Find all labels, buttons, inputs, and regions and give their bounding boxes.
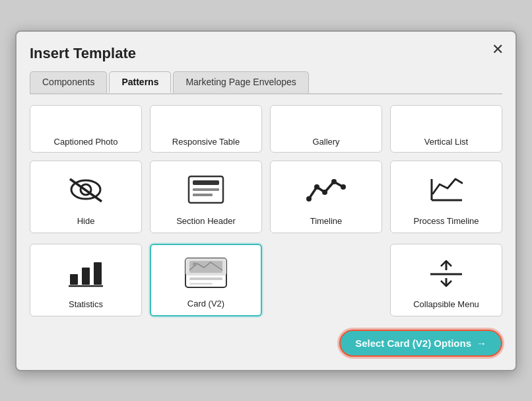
svg-point-9 bbox=[322, 190, 327, 195]
template-label-timeline: Timeline bbox=[310, 216, 343, 226]
svg-rect-23 bbox=[189, 283, 213, 285]
svg-rect-5 bbox=[193, 188, 219, 191]
svg-rect-4 bbox=[193, 180, 219, 185]
svg-point-10 bbox=[331, 179, 337, 184]
svg-rect-16 bbox=[94, 262, 102, 285]
hide-icon bbox=[36, 168, 136, 212]
process-timeline-icon bbox=[396, 168, 496, 212]
template-item-timeline[interactable]: Timeline bbox=[270, 161, 382, 233]
template-label-responsive-table: Responsive Table bbox=[172, 137, 240, 147]
template-item-statistics[interactable]: Statistics bbox=[30, 244, 142, 316]
svg-rect-6 bbox=[193, 194, 213, 196]
dialog-footer: Select Card (V2) Options → bbox=[30, 330, 502, 357]
select-btn-label: Select Card (V2) Options bbox=[355, 338, 471, 349]
card-v2-icon bbox=[156, 252, 255, 295]
close-button[interactable]: ✕ bbox=[492, 42, 504, 57]
svg-rect-14 bbox=[70, 274, 78, 285]
template-label-collapsible-menu: Collapsible Menu bbox=[413, 299, 479, 309]
template-item-hide[interactable]: Hide bbox=[30, 161, 142, 233]
insert-template-dialog: Insert Template ✕ Components Patterns Ma… bbox=[15, 30, 517, 371]
collapsible-menu-icon bbox=[396, 251, 496, 295]
template-label-section-header: Section Header bbox=[176, 216, 236, 226]
template-label-gallery: Gallery bbox=[312, 137, 339, 147]
template-item-collapsible-menu[interactable]: Collapsible Menu bbox=[390, 244, 502, 316]
svg-rect-22 bbox=[189, 277, 222, 280]
svg-point-8 bbox=[314, 184, 319, 190]
template-label-statistics: Statistics bbox=[69, 299, 103, 309]
template-label-captioned-photo: Captioned Photo bbox=[54, 137, 118, 147]
template-scroll-area: Captioned Photo Responsive Table Gallery… bbox=[30, 105, 502, 327]
svg-rect-15 bbox=[82, 268, 90, 285]
tab-patterns[interactable]: Patterns bbox=[109, 71, 171, 93]
svg-point-11 bbox=[341, 184, 346, 190]
template-item-captioned-photo[interactable]: Captioned Photo bbox=[30, 105, 142, 153]
partial-row: Captioned Photo Responsive Table Gallery… bbox=[30, 105, 502, 153]
dialog-title: Insert Template bbox=[30, 45, 502, 62]
timeline-icon bbox=[276, 168, 376, 212]
template-item-card-v2[interactable]: Card (V2) bbox=[150, 244, 262, 316]
template-item-vertical-list[interactable]: Vertical List bbox=[390, 105, 502, 153]
template-item-responsive-table[interactable]: Responsive Table bbox=[150, 105, 262, 153]
template-label-hide: Hide bbox=[77, 216, 95, 226]
svg-point-7 bbox=[306, 196, 312, 201]
tab-components[interactable]: Components bbox=[30, 71, 107, 93]
template-label-vertical-list: Vertical List bbox=[424, 137, 468, 147]
template-item-process-timeline[interactable]: Process Timeline bbox=[390, 161, 502, 233]
svg-point-21 bbox=[193, 262, 197, 266]
template-item-section-header[interactable]: Section Header bbox=[150, 161, 262, 233]
template-item-gallery[interactable]: Gallery bbox=[270, 105, 382, 153]
select-card-v2-button[interactable]: Select Card (V2) Options → bbox=[339, 330, 502, 357]
tab-bar: Components Patterns Marketing Page Envel… bbox=[30, 71, 502, 94]
select-btn-arrow: → bbox=[477, 338, 486, 349]
tab-marketing[interactable]: Marketing Page Envelopes bbox=[173, 71, 308, 93]
section-header-icon bbox=[156, 168, 256, 212]
template-grid-row2: Statistics Car bbox=[30, 244, 502, 316]
template-grid-row1: Hide Section Header bbox=[30, 161, 502, 233]
template-label-process-timeline: Process Timeline bbox=[414, 216, 479, 226]
template-label-card-v2: Card (V2) bbox=[187, 299, 224, 309]
statistics-icon bbox=[36, 251, 136, 295]
